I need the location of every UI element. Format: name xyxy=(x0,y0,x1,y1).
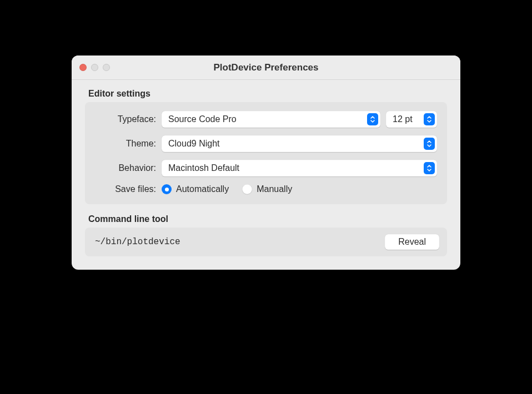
typeface-value: Source Code Pro xyxy=(168,114,367,124)
theme-label: Theme: xyxy=(95,139,156,149)
editor-settings-body: Typeface: Source Code Pro 12 pt xyxy=(85,102,447,204)
typeface-row: Typeface: Source Code Pro 12 pt xyxy=(95,111,437,128)
save-files-label: Save files: xyxy=(95,184,156,194)
behavior-row: Behavior: Macintosh Default xyxy=(95,160,437,176)
chevron-up-down-icon xyxy=(424,113,435,125)
behavior-popup[interactable]: Macintosh Default xyxy=(162,160,437,176)
save-auto-label: Automatically xyxy=(176,184,229,194)
zoom-icon[interactable] xyxy=(103,64,110,71)
chevron-up-down-icon xyxy=(424,138,435,150)
preferences-window: PlotDevice Preferences Editor settings T… xyxy=(72,55,460,270)
font-size-value: 12 pt xyxy=(393,114,424,124)
chevron-up-down-icon xyxy=(367,113,378,125)
content: Editor settings Typeface: Source Code Pr… xyxy=(72,80,460,270)
theme-value: Cloud9 Night xyxy=(168,139,424,149)
save-files-radio-group: Automatically Manually xyxy=(162,184,292,194)
titlebar: PlotDevice Preferences xyxy=(72,55,460,80)
reveal-button[interactable]: Reveal xyxy=(385,234,439,250)
typeface-label: Typeface: xyxy=(95,114,156,124)
chevron-up-down-icon xyxy=(424,162,435,174)
theme-row: Theme: Cloud9 Night xyxy=(95,135,437,152)
cli-heading: Command line tool xyxy=(88,214,447,224)
reveal-button-label: Reveal xyxy=(398,237,426,247)
radio-icon xyxy=(162,184,172,194)
save-manual-label: Manually xyxy=(257,184,292,194)
save-auto-radio[interactable]: Automatically xyxy=(162,184,229,194)
font-size-popup[interactable]: 12 pt xyxy=(386,111,437,128)
theme-popup[interactable]: Cloud9 Night xyxy=(162,135,437,152)
behavior-label: Behavior: xyxy=(95,163,156,173)
radio-icon xyxy=(242,184,252,194)
minimize-icon[interactable] xyxy=(91,64,98,71)
typeface-popup[interactable]: Source Code Pro xyxy=(162,111,380,128)
cli-body: ~/bin/plotdevice Reveal xyxy=(85,228,447,256)
close-icon[interactable] xyxy=(79,64,87,71)
cli-path: ~/bin/plotdevice xyxy=(93,237,378,247)
save-files-row: Save files: Automatically Manually xyxy=(95,184,437,194)
save-manual-radio[interactable]: Manually xyxy=(242,184,292,194)
window-title: PlotDevice Preferences xyxy=(72,62,460,73)
editor-settings-heading: Editor settings xyxy=(88,89,447,99)
traffic-lights xyxy=(72,64,110,71)
behavior-value: Macintosh Default xyxy=(168,163,424,173)
